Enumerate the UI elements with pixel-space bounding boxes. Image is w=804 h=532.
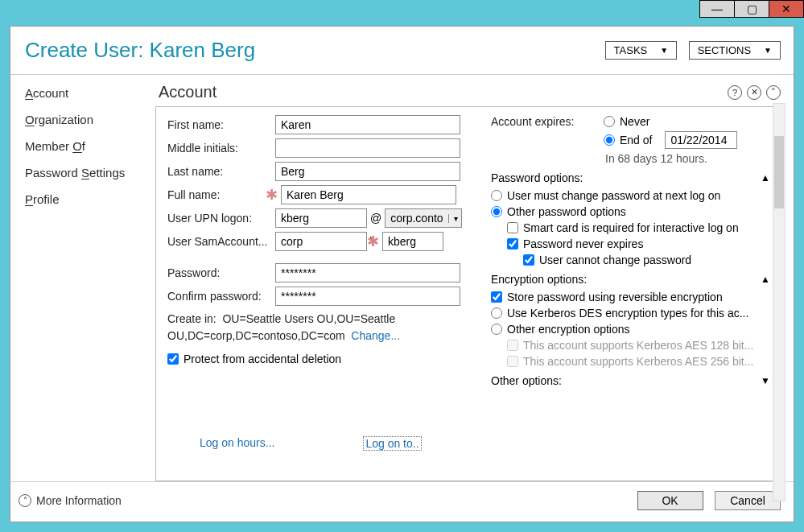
sidebar-item-password-settings[interactable]: Password Settings (25, 166, 139, 179)
required-icon: ✱ (266, 186, 278, 204)
help-icon[interactable]: ? (728, 85, 742, 100)
protect-checkbox[interactable] (167, 353, 179, 365)
confirm-password-input[interactable] (275, 287, 460, 306)
kerberos-des-radio[interactable] (491, 307, 502, 319)
titlebar: — ▢ ✕ (0, 0, 804, 26)
smartcard-checkbox[interactable] (507, 222, 518, 233)
sidebar-item-account[interactable]: Account (25, 86, 139, 100)
chevron-up-icon: ˄ (19, 494, 31, 507)
label-middle-initials: Middle initials: (167, 142, 275, 155)
expand-icon[interactable]: ▼ (761, 375, 770, 386)
collapse-icon[interactable]: ▲ (761, 172, 770, 184)
middle-initials-input[interactable] (275, 138, 460, 158)
dialog-footer: ˄More Information OK Cancel (10, 481, 794, 518)
sidebar-item-memberof[interactable]: Member Of (25, 139, 139, 153)
sidebar-item-organization[interactable]: Organization (25, 113, 139, 126)
required-icon: ✱ (367, 233, 379, 250)
must-change-radio[interactable] (491, 190, 502, 201)
account-panel: First name: Middle initials: Last name: … (155, 106, 785, 481)
sidebar: Account Organization Member Of Password … (10, 75, 147, 481)
maximize-button[interactable]: ▢ (734, 0, 769, 18)
tasks-button[interactable]: TASKS▼ (605, 41, 678, 60)
chevron-down-icon: ▼ (660, 46, 668, 55)
logon-hours-link[interactable]: Log on hours... (200, 436, 274, 451)
minimize-button[interactable]: — (699, 0, 735, 18)
ok-button[interactable]: OK (637, 491, 703, 510)
aes128-checkbox (507, 340, 518, 351)
sam-domain-input[interactable] (275, 232, 367, 251)
label-upn: User UPN logon: (167, 212, 275, 225)
reversible-checkbox[interactable] (491, 291, 502, 303)
scrollbar-thumb[interactable] (774, 136, 784, 208)
upn-input[interactable] (275, 208, 367, 228)
label-full-name: Full name: (167, 188, 275, 201)
label-password-options: Password options: (491, 171, 583, 184)
last-name-input[interactable] (275, 162, 460, 181)
dialog-title: Create User: Karen Berg (25, 38, 255, 63)
password-input[interactable] (275, 263, 460, 282)
dialog-body: Account Organization Member Of Password … (10, 75, 794, 481)
sam-user-input[interactable] (382, 232, 443, 251)
label-protect: Protect from accidental deletion (183, 353, 341, 365)
dialog-header: Create User: Karen Berg TASKS▼ SECTIONS▼ (10, 27, 794, 75)
expires-never-radio[interactable] (604, 116, 615, 127)
other-pwd-radio[interactable] (491, 206, 502, 217)
more-information-button[interactable]: ˄More Information (19, 494, 122, 507)
collapse-icon[interactable]: ▲ (761, 274, 770, 285)
label-createin: Create in: (167, 312, 216, 325)
close-section-icon[interactable]: ✕ (747, 85, 761, 100)
never-expire-checkbox[interactable] (507, 238, 518, 250)
collapse-icon[interactable]: ˄ (766, 85, 781, 100)
first-name-input[interactable] (275, 115, 460, 134)
upn-domain-select[interactable]: corp.conto▾ (385, 208, 461, 228)
chevron-down-icon: ▼ (764, 46, 772, 55)
sidebar-item-profile[interactable]: Profile (25, 192, 139, 206)
scrollbar[interactable] (773, 103, 785, 501)
label-first-name: First name: (167, 118, 275, 131)
dialog-window: Create User: Karen Berg TASKS▼ SECTIONS▼… (10, 26, 794, 522)
label-encryption-options: Encryption options: (491, 273, 587, 286)
expires-in-label: In 68 days 12 hours. (605, 152, 770, 165)
label-sam: User SamAccount... (167, 235, 275, 248)
other-enc-radio[interactable] (491, 324, 502, 335)
logon-to-link[interactable]: Log on to.. (363, 436, 421, 451)
at-symbol: @ (370, 212, 381, 225)
change-link[interactable]: Change... (351, 329, 400, 342)
chevron-down-icon: ▾ (448, 214, 461, 223)
cannot-change-checkbox[interactable] (523, 254, 534, 266)
label-confirm: Confirm password: (167, 290, 275, 303)
cancel-button[interactable]: Cancel (715, 491, 781, 510)
section-title: Account (159, 83, 216, 101)
close-button[interactable]: ✕ (769, 0, 804, 18)
label-last-name: Last name: (167, 165, 275, 178)
aes256-checkbox (507, 356, 518, 367)
sections-button[interactable]: SECTIONS▼ (689, 41, 781, 60)
label-other-options: Other options: (491, 374, 562, 387)
expires-date-input[interactable] (665, 131, 737, 149)
label-password: Password: (167, 266, 275, 279)
label-account-expires: Account expires: (491, 115, 604, 128)
expires-endof-radio[interactable] (604, 134, 615, 146)
full-name-input[interactable] (281, 185, 456, 204)
